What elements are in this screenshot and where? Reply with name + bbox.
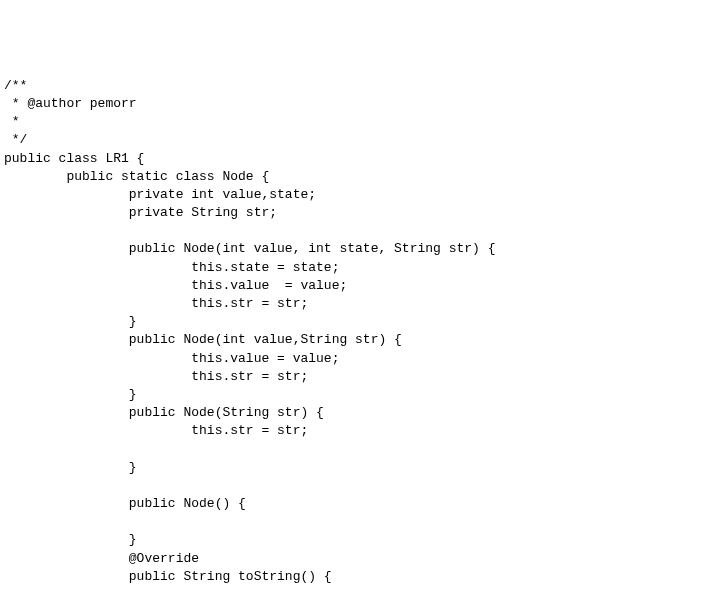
- code-line: @Override: [4, 551, 199, 566]
- code-line: }: [4, 387, 137, 402]
- code-block: /** * @author pemorr * */ public class L…: [4, 77, 720, 600]
- code-line: public Node(String str) {: [4, 405, 324, 420]
- code-line: this.value = value;: [4, 351, 339, 366]
- code-line: public Node(int value, int state, String…: [4, 241, 495, 256]
- code-line: this.state = state;: [4, 260, 339, 275]
- code-line: public Node() {: [4, 496, 246, 511]
- code-line: this.value = value;: [4, 278, 347, 293]
- code-line: }: [4, 314, 137, 329]
- code-line: public String toString() {: [4, 569, 332, 584]
- code-line: *: [4, 114, 20, 129]
- code-line: this.str = str;: [4, 423, 308, 438]
- code-line: */: [4, 132, 27, 147]
- code-line: this.str = str;: [4, 296, 308, 311]
- code-line: }: [4, 460, 137, 475]
- code-line: public static class Node {: [4, 169, 269, 184]
- code-line: }: [4, 532, 137, 547]
- code-line: private int value,state;: [4, 187, 316, 202]
- code-line: * @author pemorr: [4, 96, 137, 111]
- code-line: public Node(int value,String str) {: [4, 332, 402, 347]
- code-line: /**: [4, 78, 27, 93]
- code-line: public class LR1 {: [4, 151, 144, 166]
- code-line: private String str;: [4, 205, 277, 220]
- code-line: this.str = str;: [4, 369, 308, 384]
